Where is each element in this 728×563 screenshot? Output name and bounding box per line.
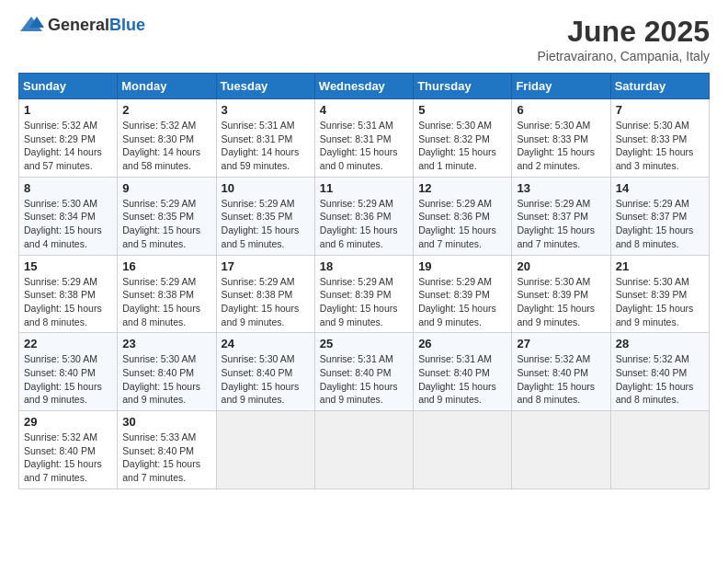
day-number: 13 xyxy=(517,181,605,195)
calendar-title: June 2025 xyxy=(537,15,710,49)
day-info: Sunrise: 5:29 AM Sunset: 8:36 PM Dayligh… xyxy=(320,197,408,251)
calendar-cell xyxy=(512,411,610,489)
day-number: 1 xyxy=(24,103,112,117)
calendar-cell: 25Sunrise: 5:31 AM Sunset: 8:40 PM Dayli… xyxy=(314,333,413,411)
day-info: Sunrise: 5:29 AM Sunset: 8:38 PM Dayligh… xyxy=(24,275,112,329)
day-info: Sunrise: 5:29 AM Sunset: 8:39 PM Dayligh… xyxy=(320,275,408,329)
day-info: Sunrise: 5:30 AM Sunset: 8:33 PM Dayligh… xyxy=(616,119,704,173)
day-number: 2 xyxy=(122,103,210,117)
day-number: 18 xyxy=(320,259,408,273)
calendar-cell: 29Sunrise: 5:32 AM Sunset: 8:40 PM Dayli… xyxy=(19,411,118,489)
calendar-cell: 22Sunrise: 5:30 AM Sunset: 8:40 PM Dayli… xyxy=(19,333,118,411)
calendar-cell: 8Sunrise: 5:30 AM Sunset: 8:34 PM Daylig… xyxy=(19,177,118,255)
calendar-cell: 15Sunrise: 5:29 AM Sunset: 8:38 PM Dayli… xyxy=(19,255,118,333)
day-number: 3 xyxy=(222,103,310,117)
day-number: 26 xyxy=(418,337,506,350)
calendar-cell: 28Sunrise: 5:32 AM Sunset: 8:40 PM Dayli… xyxy=(610,333,709,411)
calendar-cell: 21Sunrise: 5:30 AM Sunset: 8:39 PM Dayli… xyxy=(610,255,709,333)
day-number: 5 xyxy=(418,103,506,117)
calendar-week-row: 15Sunrise: 5:29 AM Sunset: 8:38 PM Dayli… xyxy=(19,255,710,333)
calendar-cell: 7Sunrise: 5:30 AM Sunset: 8:33 PM Daylig… xyxy=(610,99,709,178)
calendar-week-row: 1Sunrise: 5:32 AM Sunset: 8:29 PM Daylig… xyxy=(19,99,710,178)
day-number: 28 xyxy=(616,337,704,350)
calendar-cell: 19Sunrise: 5:29 AM Sunset: 8:39 PM Dayli… xyxy=(414,255,512,333)
calendar-cell: 16Sunrise: 5:29 AM Sunset: 8:38 PM Dayli… xyxy=(118,255,216,333)
title-area: June 2025 Pietravairano, Campania, Italy xyxy=(537,15,710,63)
calendar-cell xyxy=(216,411,314,489)
logo: GeneralBlue xyxy=(18,15,145,35)
day-number: 27 xyxy=(517,337,605,350)
day-number: 12 xyxy=(418,181,506,195)
weekday-header-friday: Friday xyxy=(512,74,610,99)
day-number: 7 xyxy=(616,103,704,117)
weekday-header-thursday: Thursday xyxy=(414,74,512,99)
calendar-cell xyxy=(314,411,413,489)
day-number: 20 xyxy=(517,259,605,273)
day-number: 6 xyxy=(517,103,605,117)
calendar-cell: 3Sunrise: 5:31 AM Sunset: 8:31 PM Daylig… xyxy=(216,99,314,178)
calendar-subtitle: Pietravairano, Campania, Italy xyxy=(537,49,710,63)
logo-general: General xyxy=(48,16,109,34)
day-number: 22 xyxy=(24,337,112,350)
logo-icon xyxy=(18,15,44,35)
calendar-cell: 2Sunrise: 5:32 AM Sunset: 8:30 PM Daylig… xyxy=(118,99,216,178)
day-info: Sunrise: 5:30 AM Sunset: 8:32 PM Dayligh… xyxy=(418,119,506,173)
day-info: Sunrise: 5:29 AM Sunset: 8:38 PM Dayligh… xyxy=(222,275,310,329)
day-number: 15 xyxy=(24,259,112,273)
weekday-header-wednesday: Wednesday xyxy=(314,74,413,99)
day-number: 14 xyxy=(616,181,704,195)
weekday-header-sunday: Sunday xyxy=(19,74,118,99)
calendar-week-row: 8Sunrise: 5:30 AM Sunset: 8:34 PM Daylig… xyxy=(19,177,710,255)
day-number: 8 xyxy=(24,181,112,195)
day-info: Sunrise: 5:30 AM Sunset: 8:39 PM Dayligh… xyxy=(517,275,605,329)
weekday-header-monday: Monday xyxy=(118,74,216,99)
calendar-cell: 12Sunrise: 5:29 AM Sunset: 8:36 PM Dayli… xyxy=(414,177,512,255)
day-number: 24 xyxy=(222,337,310,350)
weekday-header-saturday: Saturday xyxy=(610,74,709,99)
day-info: Sunrise: 5:30 AM Sunset: 8:33 PM Dayligh… xyxy=(517,119,605,173)
day-info: Sunrise: 5:30 AM Sunset: 8:40 PM Dayligh… xyxy=(222,352,310,407)
calendar-cell: 26Sunrise: 5:31 AM Sunset: 8:40 PM Dayli… xyxy=(414,333,512,411)
calendar-cell: 11Sunrise: 5:29 AM Sunset: 8:36 PM Dayli… xyxy=(314,177,413,255)
day-info: Sunrise: 5:29 AM Sunset: 8:39 PM Dayligh… xyxy=(418,275,506,329)
calendar-cell: 13Sunrise: 5:29 AM Sunset: 8:37 PM Dayli… xyxy=(512,177,610,255)
day-info: Sunrise: 5:32 AM Sunset: 8:40 PM Dayligh… xyxy=(517,352,605,407)
day-number: 11 xyxy=(320,181,408,195)
day-info: Sunrise: 5:30 AM Sunset: 8:39 PM Dayligh… xyxy=(616,275,704,329)
day-number: 25 xyxy=(320,337,408,350)
day-number: 21 xyxy=(616,259,704,273)
day-info: Sunrise: 5:31 AM Sunset: 8:40 PM Dayligh… xyxy=(320,352,408,407)
day-info: Sunrise: 5:29 AM Sunset: 8:38 PM Dayligh… xyxy=(122,275,210,329)
day-number: 19 xyxy=(418,259,506,273)
weekday-header-row: SundayMondayTuesdayWednesdayThursdayFrid… xyxy=(19,74,710,99)
page-header: GeneralBlue June 2025 Pietravairano, Cam… xyxy=(18,15,710,63)
calendar-cell: 24Sunrise: 5:30 AM Sunset: 8:40 PM Dayli… xyxy=(216,333,314,411)
calendar-cell: 4Sunrise: 5:31 AM Sunset: 8:31 PM Daylig… xyxy=(314,99,413,178)
calendar-cell xyxy=(414,411,512,489)
calendar-table: SundayMondayTuesdayWednesdayThursdayFrid… xyxy=(18,73,710,489)
day-info: Sunrise: 5:30 AM Sunset: 8:40 PM Dayligh… xyxy=(122,352,210,407)
day-info: Sunrise: 5:32 AM Sunset: 8:30 PM Dayligh… xyxy=(122,119,210,173)
weekday-header-tuesday: Tuesday xyxy=(216,74,314,99)
logo-blue: Blue xyxy=(109,16,145,34)
day-info: Sunrise: 5:30 AM Sunset: 8:34 PM Dayligh… xyxy=(24,197,112,251)
calendar-cell xyxy=(610,411,709,489)
day-number: 17 xyxy=(222,259,310,273)
day-info: Sunrise: 5:29 AM Sunset: 8:35 PM Dayligh… xyxy=(122,197,210,251)
day-info: Sunrise: 5:29 AM Sunset: 8:37 PM Dayligh… xyxy=(517,197,605,251)
calendar-cell: 5Sunrise: 5:30 AM Sunset: 8:32 PM Daylig… xyxy=(414,99,512,178)
calendar-cell: 1Sunrise: 5:32 AM Sunset: 8:29 PM Daylig… xyxy=(19,99,118,178)
calendar-cell: 6Sunrise: 5:30 AM Sunset: 8:33 PM Daylig… xyxy=(512,99,610,178)
logo-text: GeneralBlue xyxy=(48,16,145,35)
day-number: 30 xyxy=(122,415,210,429)
day-info: Sunrise: 5:32 AM Sunset: 8:29 PM Dayligh… xyxy=(24,119,112,173)
day-info: Sunrise: 5:32 AM Sunset: 8:40 PM Dayligh… xyxy=(616,352,704,407)
day-info: Sunrise: 5:31 AM Sunset: 8:40 PM Dayligh… xyxy=(418,352,506,407)
day-number: 4 xyxy=(320,103,408,117)
day-info: Sunrise: 5:33 AM Sunset: 8:40 PM Dayligh… xyxy=(122,431,210,485)
calendar-cell: 20Sunrise: 5:30 AM Sunset: 8:39 PM Dayli… xyxy=(512,255,610,333)
day-info: Sunrise: 5:31 AM Sunset: 8:31 PM Dayligh… xyxy=(222,119,310,173)
day-info: Sunrise: 5:29 AM Sunset: 8:35 PM Dayligh… xyxy=(222,197,310,251)
day-number: 29 xyxy=(24,415,112,429)
calendar-cell: 18Sunrise: 5:29 AM Sunset: 8:39 PM Dayli… xyxy=(314,255,413,333)
